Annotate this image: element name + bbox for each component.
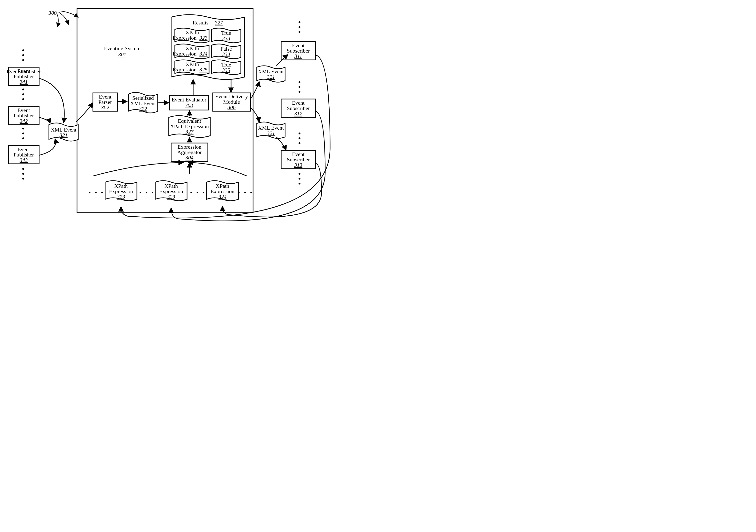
svg-text:321: 321 (267, 74, 275, 80)
svg-text:341: 341 (19, 79, 28, 85)
serialized-xml-event: Serialized XML Event 322 (128, 93, 158, 113)
svg-text:Event Evaluator: Event Evaluator (172, 96, 206, 103)
hdots-2: • • • (139, 190, 155, 196)
svg-text:•: • (298, 139, 301, 147)
svg-text:322: 322 (139, 106, 147, 112)
hdots-3: • • • (190, 190, 206, 196)
hdots-4: • • • (238, 190, 254, 196)
svg-text:333: 333 (222, 35, 230, 41)
svg-text:Expression: Expression (173, 35, 197, 41)
svg-text:321: 321 (267, 130, 275, 136)
hdots-1: • • • (89, 190, 104, 196)
svg-text:312: 312 (294, 111, 303, 117)
results-row-2: XPath Expression 324 False 334 (173, 44, 241, 59)
arrow-xmlB-to-sub3 (276, 137, 286, 150)
xml-event-left: XML Event 321 (49, 123, 78, 141)
vdots-right-mid1: ••• (298, 78, 301, 95)
equiv-xpath: Equivalent XPath Expression 327 (169, 116, 210, 137)
svg-text:343: 343 (19, 157, 28, 163)
vdots-right-mid2: ••• (298, 130, 301, 147)
svg-text:324: 324 (218, 194, 227, 200)
svg-text:306: 306 (228, 104, 236, 110)
figure-ref: 300 (48, 10, 57, 16)
system-title: Eventing System (104, 45, 141, 51)
svg-text:335: 335 (222, 67, 230, 73)
xpath-bottom-3: XPath Expression 324 (206, 181, 238, 201)
svg-text:•: • (22, 175, 24, 182)
results-row-1: XPath Expression 323 True 333 (173, 28, 241, 43)
svg-text:323: 323 (117, 194, 125, 200)
svg-text:304: 304 (185, 154, 194, 161)
system-ref: 301 (118, 51, 126, 58)
svg-text:•: • (298, 88, 301, 95)
xpath-bottom-1: XPath Expression 323 (105, 181, 137, 201)
svg-text:327: 327 (215, 19, 223, 26)
vdots-right-top: ••• (298, 18, 301, 36)
xml-event-right-a: XML Event 321 (257, 66, 285, 82)
svg-text:323: 323 (199, 35, 207, 41)
results-row-3: XPath Expression 325 True 335 (173, 60, 241, 75)
svg-text:302: 302 (101, 104, 109, 111)
xml-event-right-b: XML Event 321 (257, 122, 285, 138)
svg-text:311: 311 (294, 53, 302, 59)
svg-text:334: 334 (222, 51, 230, 57)
xpath-bottom-2: XPath Expression 323 (155, 181, 187, 201)
svg-text:•: • (22, 56, 24, 64)
svg-text:Expression: Expression (173, 66, 197, 73)
vdots-right-bot: ••• (298, 170, 301, 187)
svg-text:303: 303 (185, 102, 193, 108)
diagram-canvas: 300 Eventing System 301 ••• Event Publis… (0, 0, 378, 266)
svg-text:•: • (22, 134, 24, 142)
vdots-left-bot: ••• (22, 165, 24, 182)
vdots-left-mid1: ••• (22, 86, 24, 103)
svg-text:Expression: Expression (173, 51, 197, 57)
vdots-left-top: ••• (22, 46, 24, 64)
svg-text:324: 324 (199, 51, 207, 57)
svg-text:313: 313 (294, 162, 303, 168)
svg-text:321: 321 (59, 132, 68, 138)
svg-text:327: 327 (185, 129, 194, 135)
svg-text:•: • (298, 180, 301, 187)
svg-text:•: • (22, 95, 24, 103)
svg-text:325: 325 (199, 66, 207, 73)
svg-text:323: 323 (167, 194, 175, 200)
svg-text:342: 342 (19, 118, 28, 124)
svg-text:Results: Results (193, 19, 208, 26)
svg-text:•: • (298, 28, 301, 36)
vdots-left-mid2: ••• (22, 125, 24, 142)
